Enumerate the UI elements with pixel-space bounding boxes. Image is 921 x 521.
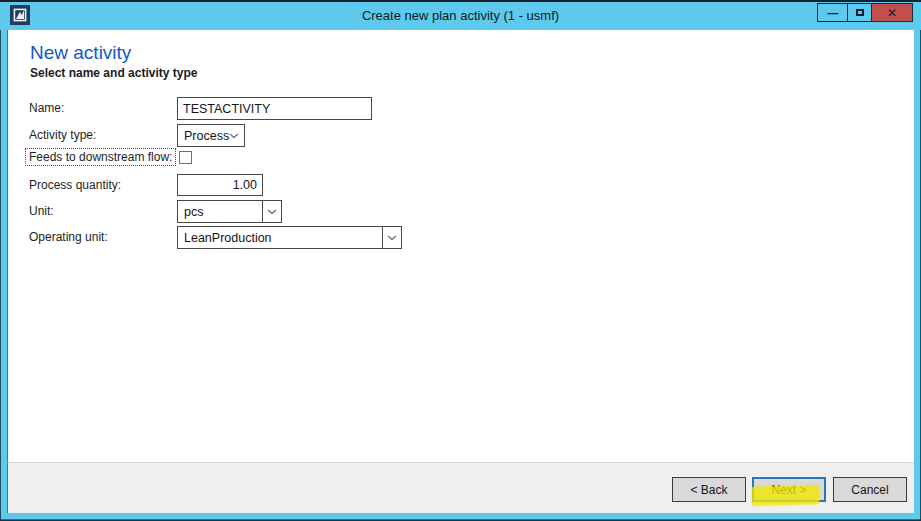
chevron-down-icon (229, 133, 239, 139)
process-quantity-input[interactable] (177, 174, 263, 196)
window-title: Create new plan activity (1 - usmf) (0, 2, 921, 30)
process-quantity-label: Process quantity: (29, 174, 121, 196)
operating-unit-label: Operating unit: (29, 226, 108, 249)
page-title: New activity (30, 42, 131, 64)
feeds-downstream-label: Feeds to downstream flow: (25, 148, 176, 166)
activity-type-label: Activity type: (29, 124, 96, 147)
activity-type-value: Process (184, 129, 229, 143)
name-label: Name: (29, 97, 64, 120)
operating-unit-value: LeanProduction (178, 227, 382, 248)
chevron-down-icon (267, 209, 277, 215)
back-button[interactable]: < Back (672, 477, 746, 502)
feeds-downstream-checkbox[interactable] (179, 151, 192, 164)
cancel-button[interactable]: Cancel (833, 477, 907, 502)
unit-combobox[interactable]: pcs (177, 200, 282, 223)
next-button[interactable]: Next > (752, 477, 826, 502)
activity-type-select[interactable]: Process (177, 124, 245, 147)
minimize-icon: — (828, 7, 838, 19)
chevron-down-icon (387, 235, 397, 241)
name-input[interactable] (177, 97, 372, 120)
maximize-icon (856, 9, 864, 16)
operating-unit-dropdown-button[interactable] (382, 227, 401, 248)
unit-label: Unit: (29, 200, 54, 223)
operating-unit-combobox[interactable]: LeanProduction (177, 226, 402, 249)
close-button[interactable]: ✕ (871, 4, 912, 21)
titlebar[interactable]: Create new plan activity (1 - usmf) — ✕ (0, 0, 921, 30)
wizard-dialog: Create new plan activity (1 - usmf) — ✕ … (0, 0, 921, 521)
unit-dropdown-button[interactable] (262, 201, 281, 222)
page-subtitle: Select name and activity type (30, 66, 197, 80)
maximize-button[interactable] (847, 4, 871, 21)
minimize-button[interactable]: — (818, 4, 847, 21)
unit-value: pcs (178, 201, 262, 222)
dialog-content-area (7, 30, 914, 462)
close-icon: ✕ (887, 6, 897, 20)
window-controls: — ✕ (817, 3, 913, 22)
